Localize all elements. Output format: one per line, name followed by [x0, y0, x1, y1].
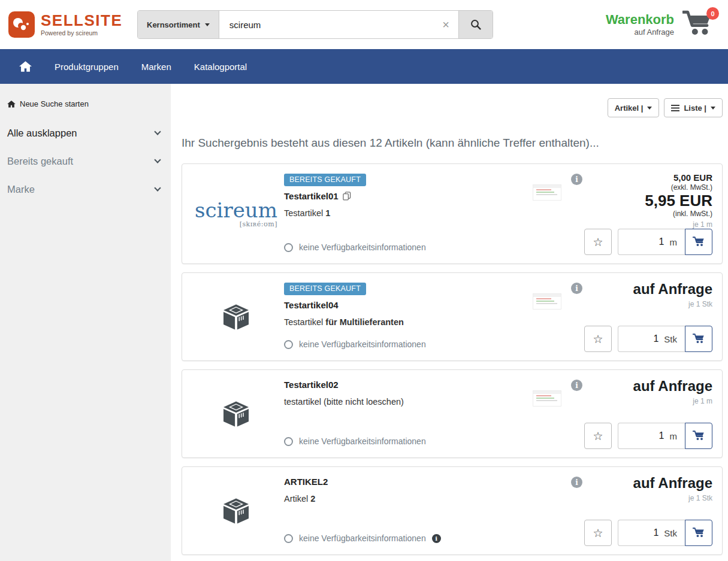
product-image[interactable]	[188, 378, 284, 449]
quantity-cart-group: m	[618, 229, 712, 255]
favorite-button[interactable]: ☆	[584, 326, 612, 352]
add-to-cart-button[interactable]	[685, 520, 712, 546]
price-incl: 5,95 EUR	[645, 193, 712, 209]
product-title[interactable]: Testartikel04	[284, 300, 533, 310]
product-desc-bold: 2	[310, 494, 315, 504]
thumbnail-detail	[536, 398, 554, 399]
search-submit-button[interactable]	[458, 11, 493, 38]
search-scope-label: Kernsortiment	[147, 20, 200, 29]
info-icon[interactable]: i	[571, 477, 582, 488]
quantity-box[interactable]: Stk	[618, 326, 685, 352]
product-title[interactable]: Testartikel02	[284, 380, 533, 390]
product-desc-normal: Testartikel	[284, 208, 325, 218]
availability-status-icon	[284, 534, 293, 543]
favorite-button[interactable]: ☆	[584, 423, 612, 449]
chevron-down-icon	[154, 184, 161, 191]
product-thumbnail[interactable]	[533, 184, 561, 201]
info-icon[interactable]: i	[571, 283, 582, 294]
availability-status-icon	[284, 340, 293, 349]
filter-bereits-gekauft[interactable]: Bereits gekauft	[7, 156, 161, 167]
product-card: BEREITS GEKAUFT Testartikel04 Testartike…	[182, 272, 723, 361]
product-thumbnail[interactable]	[533, 390, 561, 407]
copy-icon[interactable]	[343, 192, 351, 201]
quantity-input[interactable]	[643, 430, 666, 442]
price-block-on-request: auf Anfrage je 1 m	[633, 378, 712, 405]
home-icon	[7, 101, 16, 108]
price-per-unit: je 1 m	[633, 397, 712, 405]
results-list: scireum [skɪʀé:ʊm] BEREITS GEKAUFT Testa…	[182, 163, 723, 555]
availability-row: keine Verfügbarkeitsinformationen	[284, 436, 533, 449]
new-search-link[interactable]: Neue Suche starten	[7, 99, 161, 108]
price-excl-note: (exkl. MwSt.)	[645, 183, 712, 192]
nav-item-marken[interactable]: Marken	[141, 62, 171, 72]
product-description: testartikel (bitte nicht loeschen)	[284, 397, 533, 407]
availability-label: keine Verfügbarkeitsinformationen	[299, 436, 426, 446]
artikel-view-label: Artikel |	[615, 104, 644, 113]
product-image[interactable]: scireum [skɪʀé:ʊm]	[188, 172, 284, 255]
price-on-request: auf Anfrage	[633, 378, 712, 394]
nav-item-katalogportal[interactable]: Katalogportal	[194, 62, 247, 72]
quantity-box[interactable]: m	[618, 423, 685, 449]
quantity-input[interactable]	[637, 527, 660, 539]
already-purchased-badge: BEREITS GEKAUFT	[284, 174, 366, 186]
brand-tagline: Powered by scireum	[41, 29, 122, 37]
product-image[interactable]	[188, 281, 284, 352]
cart-icon	[693, 430, 705, 441]
cart-title: Warenkorb	[606, 13, 674, 27]
product-description: Testartikel 1	[284, 208, 533, 218]
clear-search-icon[interactable]: ×	[442, 19, 449, 31]
header-cart[interactable]: Warenkorb auf Anfrage 0	[606, 10, 714, 39]
product-desc-bold: für Multilieferanten	[325, 317, 404, 327]
filter-alle-ausklappen[interactable]: Alle ausklappen	[7, 128, 161, 139]
main-nav: Produktgruppen Marken Katalogportal	[0, 49, 728, 84]
nav-item-produktgruppen[interactable]: Produktgruppen	[55, 62, 119, 72]
product-thumbnail[interactable]	[533, 293, 561, 310]
favorite-button[interactable]: ☆	[584, 520, 612, 546]
info-icon[interactable]: i	[571, 380, 582, 391]
quantity-input[interactable]	[637, 333, 660, 345]
filter-label: Marke	[7, 184, 35, 195]
info-icon[interactable]: i	[571, 174, 582, 185]
availability-status-icon	[284, 243, 293, 252]
nav-home-button[interactable]	[19, 61, 32, 72]
product-description: Artikel 2	[284, 494, 533, 504]
product-title[interactable]: Testartikel01	[284, 191, 533, 201]
artikel-view-button[interactable]: Artikel |	[608, 98, 660, 117]
product-title-text: Testartikel04	[284, 300, 339, 310]
liste-view-button[interactable]: Liste |	[664, 98, 723, 117]
product-title-text: Testartikel02	[284, 380, 339, 390]
price-per-unit: je 1 m	[645, 220, 712, 229]
add-to-cart-button[interactable]	[685, 229, 712, 255]
star-icon: ☆	[593, 235, 603, 249]
quantity-box[interactable]: Stk	[618, 520, 685, 546]
favorite-button[interactable]: ☆	[584, 229, 612, 255]
product-image[interactable]	[188, 475, 284, 546]
quantity-unit: Stk	[664, 528, 677, 538]
sellsite-logo-icon	[8, 11, 35, 38]
product-logo-scireum: scireum [skɪʀé:ʊm]	[195, 200, 277, 228]
search-scope-dropdown[interactable]: Kernsortiment	[138, 11, 219, 38]
search-input[interactable]	[219, 11, 458, 38]
availability-info-icon[interactable]: i	[432, 534, 441, 543]
product-card: Testartikel02 testartikel (bitte nicht l…	[182, 369, 723, 458]
product-card: scireum [skɪʀé:ʊm] BEREITS GEKAUFT Testa…	[182, 163, 723, 264]
brand-name: SELLSITE	[41, 13, 122, 28]
quantity-cart-group: Stk	[618, 326, 712, 352]
brand-logo[interactable]: SELLSITE Powered by scireum	[8, 11, 121, 38]
quantity-input[interactable]	[643, 236, 666, 248]
add-to-cart-button[interactable]	[685, 326, 712, 352]
quantity-unit: m	[670, 431, 678, 441]
product-card: ARTIKEL2 Artikel 2 keine Verfügbarkeitsi…	[182, 466, 723, 555]
results-area: Artikel | Liste | Ihr Suchergebnis beste…	[171, 84, 728, 561]
search-input-wrap: ×	[219, 11, 458, 38]
add-to-cart-button[interactable]	[685, 423, 712, 449]
quantity-box[interactable]: m	[618, 229, 685, 255]
filter-marke[interactable]: Marke	[7, 184, 161, 195]
product-title-text: Testartikel01	[284, 191, 339, 201]
thumbnail-detail	[536, 189, 551, 190]
thumbnail-detail	[536, 192, 554, 193]
quantity-unit: Stk	[664, 334, 677, 344]
product-title[interactable]: ARTIKEL2	[284, 477, 533, 487]
thumbnail-detail	[536, 395, 551, 396]
thumbnail-detail	[536, 400, 557, 401]
